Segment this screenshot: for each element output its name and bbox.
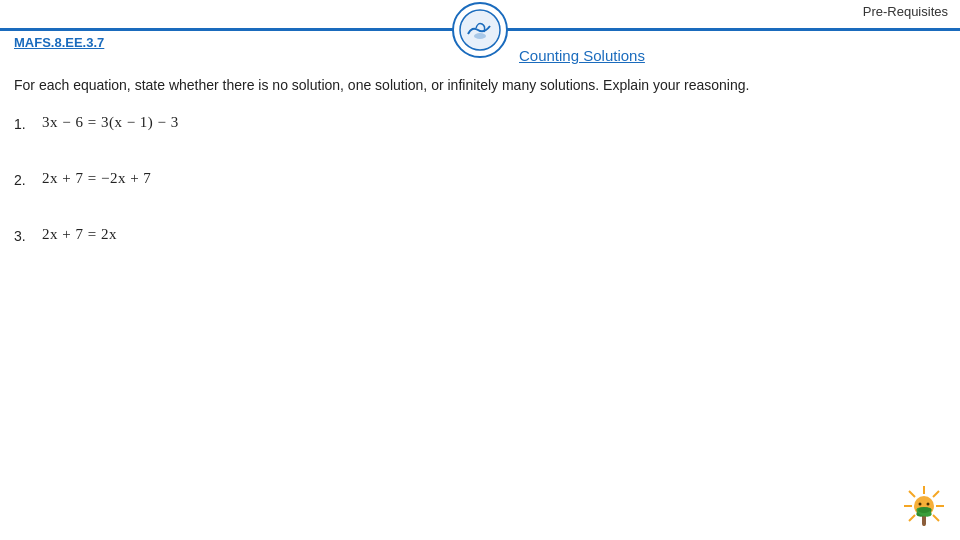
problem-3: 3. 2x + 7 = 2x <box>14 226 946 244</box>
svg-point-12 <box>927 503 930 506</box>
svg-point-11 <box>919 503 922 506</box>
prereq-label: Pre-Requisites <box>851 0 960 23</box>
cartoon-svg <box>898 480 950 532</box>
logo-circle <box>452 2 508 58</box>
svg-point-1 <box>474 33 486 39</box>
logo-area <box>450 0 510 60</box>
instructions-text: For each equation, state whether there i… <box>14 75 946 96</box>
svg-line-7 <box>909 491 915 497</box>
main-content: For each equation, state whether there i… <box>14 75 946 500</box>
problem-2: 2. 2x + 7 = −2x + 7 <box>14 170 946 188</box>
standard-badge[interactable]: MAFS.8.EE.3.7 <box>14 35 104 50</box>
problem-2-number: 2. <box>14 170 42 188</box>
counting-solutions-link[interactable]: Counting Solutions <box>519 47 645 64</box>
problem-1-equation: 3x − 6 = 3(x − 1) − 3 <box>42 114 179 131</box>
problem-1-number: 1. <box>14 114 42 132</box>
svg-point-16 <box>918 507 930 513</box>
svg-line-9 <box>933 491 939 497</box>
svg-line-8 <box>933 515 939 521</box>
problem-2-equation: 2x + 7 = −2x + 7 <box>42 170 151 187</box>
logo-svg <box>458 8 502 52</box>
cartoon-character <box>898 480 950 532</box>
problem-3-number: 3. <box>14 226 42 244</box>
problem-1: 1. 3x − 6 = 3(x − 1) − 3 <box>14 114 946 132</box>
problem-3-equation: 2x + 7 = 2x <box>42 226 117 243</box>
svg-line-10 <box>909 515 915 521</box>
